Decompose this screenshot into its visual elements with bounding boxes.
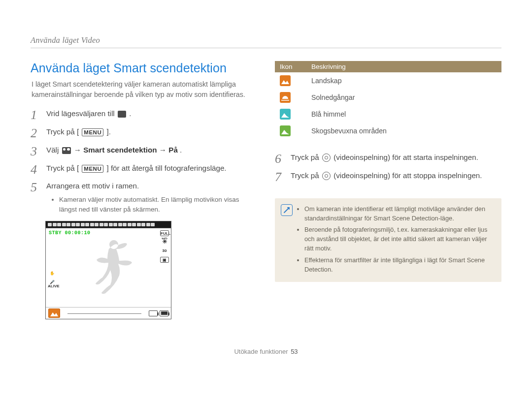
row-label: Skogsbevuxna områden (306, 123, 501, 139)
intro-text: I läget Smart scendetektering väljer kam… (31, 79, 257, 99)
camera-screenshot: STBY 00:00:10 FULL HD ☀ 30 ▣ ✋ 🎤 ALIVE (45, 221, 171, 319)
camera-fullhd-icon: FULL HD (160, 230, 169, 236)
sunset-icon (280, 92, 291, 103)
step-2-text-b: ]. (106, 127, 110, 136)
step-6: Tryck på (videoinspelning) för att start… (275, 152, 501, 163)
step-7: Tryck på (videoinspelning) för att stopp… (275, 170, 501, 182)
step-3-text-c: . (180, 146, 182, 154)
record-button-icon (322, 172, 331, 180)
breadcrumb: Använda läget Video (31, 35, 501, 48)
record-button-icon (322, 154, 331, 162)
camera-film-strip (46, 221, 171, 228)
step-5-bullet: Kameran väljer motiv automatiskt. En läm… (59, 195, 257, 214)
th-ikon: Ikon (275, 61, 306, 72)
step-3-arrow-2: → (159, 146, 168, 154)
step-4-text-a: Tryck på [ (46, 164, 79, 172)
step-3-bold-1: Smart scendetektion (83, 146, 157, 154)
note-box: Om kameran inte identifierar ett lämplig… (275, 198, 501, 282)
camera-scene-icon (48, 308, 60, 318)
step-4-text-b: ] för att återgå till fotograferingsläge… (106, 164, 226, 172)
camera-stby-label: STBY 00:00:10 (49, 230, 91, 236)
step-3-arrow-1: → (74, 146, 83, 154)
step-6-text-a: Tryck på (291, 153, 321, 161)
step-4: Tryck på [ MENU ] för att återgå till fo… (31, 163, 257, 174)
table-row: Solnedgångar (275, 89, 501, 106)
table-row: Landskap (275, 72, 501, 89)
camera-left-icons: ✋ 🎤 ALIVE (48, 272, 56, 288)
forest-icon (280, 125, 291, 136)
camera-right-icons: FULL HD ☀ 30 ▣ (160, 230, 169, 263)
camera-battery-icons (149, 310, 168, 316)
camera-mic-icon: 🎤 ALIVE (48, 280, 56, 288)
note-item: Om kameran inte identifierar ett lämplig… (304, 204, 495, 223)
row-label: Solnedgångar (306, 89, 501, 106)
step-2: Tryck på [ MENU ]. (31, 126, 257, 138)
note-item: Effekterna för smartfilter är inte tillg… (304, 255, 495, 274)
step-7-text-a: Tryck på (291, 171, 321, 180)
th-beskrivning: Beskrivning (306, 61, 501, 72)
camera-fps-icon: 30 (160, 248, 169, 254)
step-6-text-b: (videoinspelning) för att starta inspeln… (333, 153, 478, 161)
step-3: Välj → Smart scendetektion → På . (31, 145, 257, 156)
note-info-icon (281, 204, 293, 216)
menu-icon: MENU (82, 165, 103, 173)
movie-icon (62, 147, 71, 154)
step-1-text-b: . (129, 109, 131, 118)
camera-sun-icon: ☀ (160, 239, 169, 245)
row-label: Blå himmel (306, 106, 501, 123)
footer-page-number: 53 (291, 348, 298, 355)
step-3-bold-2: På (168, 146, 178, 154)
menu-icon: MENU (82, 128, 103, 136)
note-item: Beroende på fotograferingsmiljö, t.ex. k… (304, 225, 495, 253)
step-3-text-a: Välj (46, 146, 61, 154)
footer-label: Utökade funktioner (234, 348, 288, 355)
step-1-text-a: Vrid lägesväljaren till (46, 109, 117, 118)
camera-subject-silhouette (91, 237, 135, 301)
table-row: Blå himmel (275, 106, 501, 123)
camera-hand-icon: ✋ (48, 272, 56, 276)
table-row: Skogsbevuxna områden (275, 123, 501, 139)
landscape-icon (280, 75, 291, 86)
step-1: Vrid lägesväljaren till . (31, 108, 257, 120)
step-5: Arrangera ett motiv i ramen. Kameran väl… (31, 181, 257, 214)
step-7-text-b: (videoinspelning) för att stoppa inspeln… (333, 171, 482, 180)
scene-icon-table: Ikon Beskrivning Landskap (275, 61, 501, 139)
camera-metering-icon: ▣ (160, 257, 169, 263)
row-label: Landskap (306, 72, 501, 89)
camera-exposure-scale (63, 311, 146, 316)
page-title: Använda läget Smart scendetektion (31, 61, 257, 75)
step-2-text-a: Tryck på [ (46, 127, 79, 136)
step-5-text: Arrangera ett motiv i ramen. (46, 182, 139, 190)
page-footer: Utökade funktioner 53 (31, 348, 501, 355)
sky-icon (280, 109, 291, 120)
auto-video-icon (118, 111, 126, 118)
